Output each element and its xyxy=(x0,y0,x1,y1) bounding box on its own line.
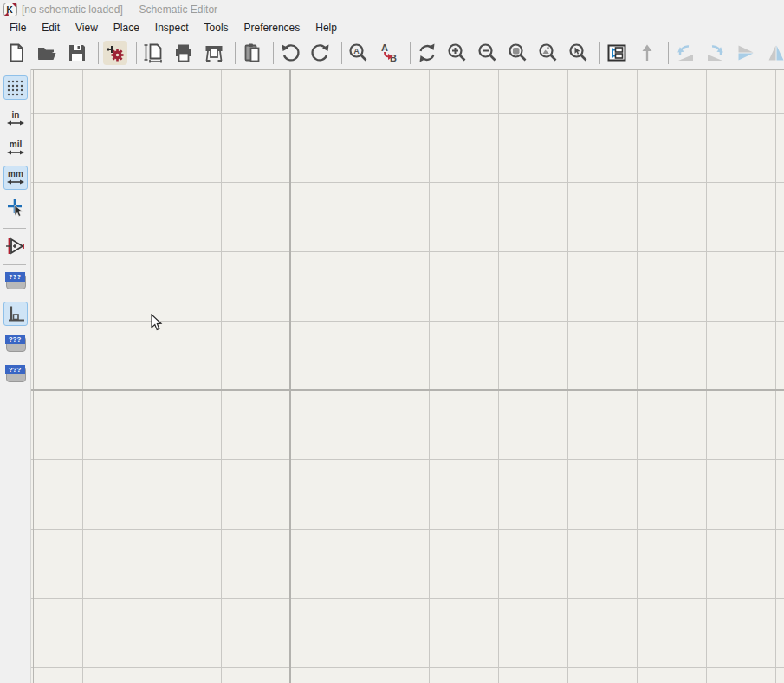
unknown-tool-2-button[interactable]: ??? xyxy=(3,334,28,355)
rotate-cw-icon xyxy=(705,42,726,63)
main-toolbar: A A B xyxy=(0,36,784,69)
zoom-to-selection-button[interactable] xyxy=(567,41,591,65)
rotate-ccw-button[interactable] xyxy=(673,41,697,65)
plot-plotter-icon xyxy=(204,42,224,63)
refresh-button[interactable] xyxy=(415,41,439,65)
rotate-ccw-icon xyxy=(675,42,696,63)
print-icon xyxy=(173,42,194,63)
new-file-icon xyxy=(6,42,27,63)
grid-dots-icon xyxy=(6,78,25,97)
left-toolbar: in mil mm xyxy=(0,69,31,683)
toolbar-separator xyxy=(136,42,137,64)
zoom-out-button[interactable] xyxy=(476,41,500,65)
kicad-app-icon: K xyxy=(3,3,17,16)
menu-place[interactable]: Place xyxy=(106,20,147,36)
zoom-in-icon xyxy=(447,42,468,63)
undo-icon xyxy=(280,42,301,63)
rotate-cw-button[interactable] xyxy=(703,41,728,65)
missing-icon: ??? xyxy=(6,336,26,352)
svg-text:A: A xyxy=(353,47,360,55)
menu-edit[interactable]: Edit xyxy=(34,20,68,36)
schematic-canvas[interactable] xyxy=(31,69,784,683)
menu-view[interactable]: View xyxy=(68,20,106,36)
mirror-horizontally-button[interactable] xyxy=(764,41,784,65)
double-arrow-icon xyxy=(6,120,25,127)
missing-icon: ??? xyxy=(6,274,26,289)
undo-button[interactable] xyxy=(278,41,302,65)
refresh-icon xyxy=(417,42,437,63)
crosshair-cursor-icon xyxy=(5,198,26,218)
canvas-left-edge xyxy=(33,70,34,683)
svg-text:A: A xyxy=(381,42,388,53)
find-replace-icon: A B xyxy=(379,42,399,63)
toolbar-separator xyxy=(273,42,274,64)
hierarchy-navigator-button[interactable] xyxy=(605,41,629,65)
toolbar-separator xyxy=(599,42,600,64)
paste-button[interactable] xyxy=(240,41,264,65)
zoom-fit-icon xyxy=(508,42,528,63)
menu-bar: File Edit View Place Inspect Tools Prefe… xyxy=(0,19,784,36)
unknown-tool-1-button[interactable]: ??? xyxy=(3,271,28,292)
mm-unit-label: mm xyxy=(8,170,23,179)
hidden-pins-opamp-icon xyxy=(4,235,27,257)
zoom-in-button[interactable] xyxy=(445,41,470,65)
new-schematic-button[interactable] xyxy=(4,41,29,65)
double-arrow-icon xyxy=(6,179,25,185)
toolbar-separator xyxy=(668,42,669,64)
open-schematic-button[interactable] xyxy=(35,41,59,65)
missing-icon-label: ??? xyxy=(5,365,25,374)
mouse-pointer-icon xyxy=(151,314,163,332)
unknown-tool-3-button[interactable]: ??? xyxy=(3,364,28,385)
page-settings-button[interactable] xyxy=(141,41,165,65)
zoom-to-objects-icon xyxy=(538,42,559,63)
grid-major-horizontal-line xyxy=(31,389,784,391)
save-button[interactable] xyxy=(65,41,89,65)
redo-icon xyxy=(310,42,331,63)
toolbar-separator xyxy=(410,42,411,64)
menu-preferences[interactable]: Preferences xyxy=(236,20,308,36)
leave-sheet-button[interactable] xyxy=(635,41,659,65)
menu-help[interactable]: Help xyxy=(308,20,345,36)
find-button[interactable]: A xyxy=(347,41,371,65)
sidebar-separator xyxy=(3,264,26,265)
grid-major-vertical-line xyxy=(289,70,291,683)
schematic-setup-highlight xyxy=(103,41,127,65)
toolbar-separator xyxy=(235,42,236,64)
mirror-vertically-button[interactable] xyxy=(734,41,758,65)
print-button[interactable] xyxy=(172,41,196,65)
show-hidden-pins-button[interactable] xyxy=(3,234,28,258)
missing-icon-label: ??? xyxy=(5,335,25,344)
inches-unit-label: in xyxy=(12,111,20,120)
menu-tools[interactable]: Tools xyxy=(197,20,236,36)
open-folder-icon xyxy=(36,42,57,63)
paste-clipboard-icon xyxy=(242,42,262,63)
leave-sheet-up-arrow-icon xyxy=(637,42,658,63)
find-replace-button[interactable]: A B xyxy=(377,41,401,65)
zoom-to-selection-icon xyxy=(568,42,589,63)
menu-inspect[interactable]: Inspect xyxy=(147,20,197,36)
double-arrow-icon xyxy=(6,149,25,156)
page-settings-icon xyxy=(143,42,164,63)
mirror-vertically-icon xyxy=(735,42,756,63)
missing-icon: ??? xyxy=(6,367,26,382)
schematic-setup-button[interactable] xyxy=(103,41,127,65)
right-angle-line-icon xyxy=(5,303,26,324)
mirror-horizontally-icon xyxy=(766,42,784,63)
cursor-shape-toggle-button[interactable] xyxy=(3,196,28,220)
redo-button[interactable] xyxy=(308,41,333,65)
units-inches-button[interactable]: in xyxy=(3,107,28,131)
units-mm-button[interactable]: mm xyxy=(3,166,28,190)
units-mils-button[interactable]: mil xyxy=(3,136,28,160)
menu-file[interactable]: File xyxy=(2,20,34,36)
title-bar: K [no schematic loaded] — Schematic Edit… xyxy=(0,0,784,19)
zoom-fit-button[interactable] xyxy=(506,41,530,65)
schematic-setup-gear-icon xyxy=(105,42,126,63)
plot-button[interactable] xyxy=(202,41,226,65)
save-floppy-icon xyxy=(67,42,87,63)
hv-line-mode-button[interactable] xyxy=(3,302,28,326)
toolbar-separator xyxy=(98,42,99,64)
find-icon: A xyxy=(348,42,369,63)
mils-unit-label: mil xyxy=(10,140,22,149)
zoom-to-objects-button[interactable] xyxy=(536,41,560,65)
grid-toggle-button[interactable] xyxy=(3,75,28,100)
